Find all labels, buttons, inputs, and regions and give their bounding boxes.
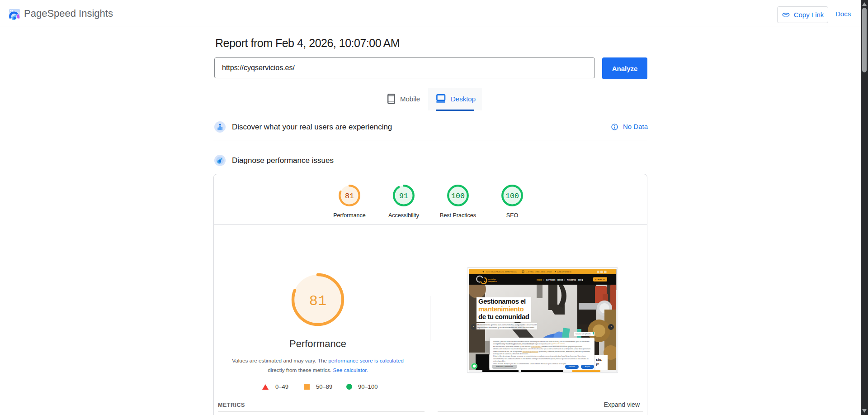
svg-text:81: 81: [309, 293, 326, 310]
svg-text:|: |: [555, 279, 555, 281]
svg-text:|: |: [564, 279, 565, 281]
svg-text:(+34) 529 22 14 04: (+34) 529 22 14 04: [557, 271, 571, 273]
svg-text:91: 91: [399, 192, 408, 200]
svg-text:L - V 9:30 a 13:30h - 16:00 a: L - V 9:30 a 13:30h - 16:00 a 19:00h: [526, 271, 552, 273]
svg-text:|: |: [543, 279, 544, 281]
svg-text:100: 100: [505, 192, 519, 200]
svg-text:Servicios: Servicios: [546, 279, 556, 281]
svg-text:Bolsa: Bolsa: [557, 279, 563, 281]
svg-text:Nosotros: Nosotros: [567, 279, 576, 281]
svg-text:Blog: Blog: [578, 279, 583, 281]
svg-text:81: 81: [345, 192, 354, 200]
svg-text:100: 100: [451, 192, 465, 200]
svg-text:CONTACTO: CONTACTO: [595, 279, 605, 281]
svg-text:Carrer Vila de Madrid, 32, 469: Carrer Vila de Madrid, 32, 46988, Valenc…: [486, 271, 517, 273]
svg-text:servicios: servicios: [488, 278, 496, 280]
svg-text:integrales: integrales: [488, 280, 497, 282]
svg-text:|: |: [576, 279, 576, 281]
svg-text:Inicio: Inicio: [537, 279, 542, 281]
